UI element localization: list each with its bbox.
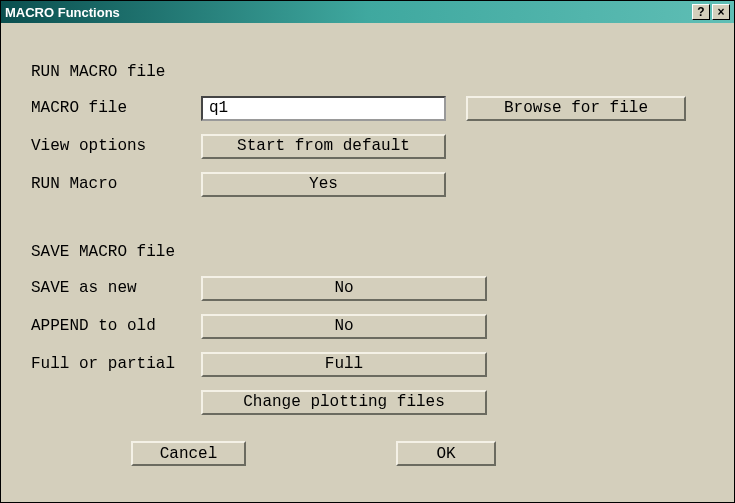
titlebar: MACRO Functions ? × [1,1,734,23]
ok-button[interactable]: OK [396,441,496,466]
save-section-title: SAVE MACRO file [31,243,704,261]
run-macro-button[interactable]: Yes [201,172,446,197]
client-area: RUN MACRO file MACRO file Browse for fil… [1,23,734,486]
save-as-new-label: SAVE as new [31,279,201,297]
view-options-label: View options [31,137,201,155]
macro-file-input[interactable] [201,96,446,121]
change-plotting-files-button[interactable]: Change plotting files [201,390,487,415]
view-options-button[interactable]: Start from default [201,134,446,159]
full-or-partial-label: Full or partial [31,355,201,373]
append-to-old-label: APPEND to old [31,317,201,335]
window-title: MACRO Functions [5,5,690,20]
append-to-old-button[interactable]: No [201,314,487,339]
macro-file-label: MACRO file [31,99,201,117]
cancel-button[interactable]: Cancel [131,441,246,466]
run-macro-label: RUN Macro [31,175,201,193]
save-as-new-button[interactable]: No [201,276,487,301]
full-or-partial-button[interactable]: Full [201,352,487,377]
run-section-title: RUN MACRO file [31,63,704,81]
close-icon[interactable]: × [712,4,730,20]
browse-button[interactable]: Browse for file [466,96,686,121]
help-icon[interactable]: ? [692,4,710,20]
dialog-window: MACRO Functions ? × RUN MACRO file MACRO… [0,0,735,503]
